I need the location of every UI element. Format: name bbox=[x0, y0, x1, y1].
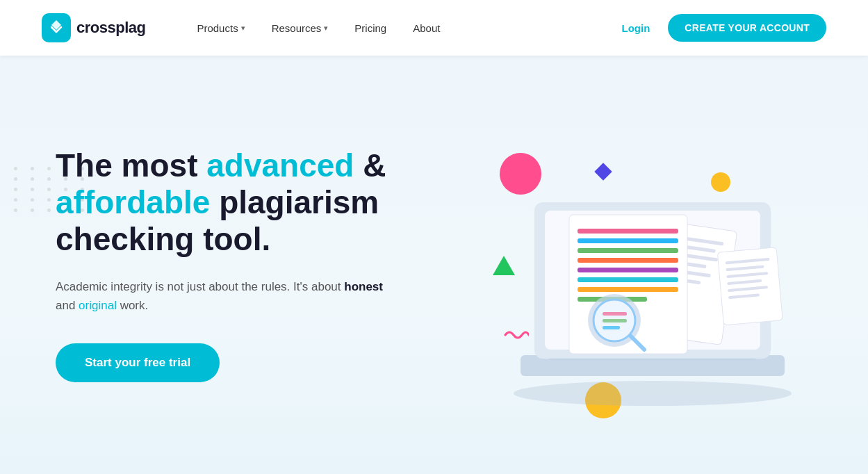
hero-section: The most advanced & affordable plagiaris… bbox=[0, 56, 868, 474]
svg-rect-17 bbox=[578, 258, 678, 263]
logo-link[interactable]: crossplag bbox=[42, 13, 145, 42]
hero-content: The most advanced & affordable plagiaris… bbox=[56, 147, 445, 382]
svg-rect-20 bbox=[578, 287, 678, 292]
svg-rect-25 bbox=[603, 319, 627, 322]
crossplag-logo-icon bbox=[42, 13, 71, 42]
nav-products[interactable]: Products ▾ bbox=[187, 17, 254, 40]
svg-rect-15 bbox=[578, 238, 678, 243]
navbar: crossplag Products ▾ Resources ▾ Pricing… bbox=[0, 0, 868, 56]
svg-rect-24 bbox=[603, 312, 627, 316]
login-link[interactable]: Login bbox=[612, 17, 660, 40]
svg-rect-19 bbox=[578, 277, 678, 282]
svg-rect-14 bbox=[578, 229, 678, 234]
svg-rect-18 bbox=[578, 268, 678, 272]
svg-rect-28 bbox=[717, 247, 783, 325]
nav-links: Products ▾ Resources ▾ Pricing About bbox=[187, 17, 612, 40]
create-account-button[interactable]: CREATE YOUR ACCOUNT bbox=[668, 14, 826, 42]
svg-point-1 bbox=[514, 381, 792, 406]
nav-pricing[interactable]: Pricing bbox=[345, 17, 396, 40]
start-trial-button[interactable]: Start your free trial bbox=[56, 343, 220, 382]
svg-rect-16 bbox=[578, 248, 678, 253]
nav-resources[interactable]: Resources ▾ bbox=[262, 17, 338, 40]
logo-text: crossplag bbox=[76, 19, 145, 37]
resources-chevron-icon: ▾ bbox=[324, 24, 328, 33]
products-chevron-icon: ▾ bbox=[241, 24, 245, 33]
hero-subtitle: Academic integrity is not just about the… bbox=[56, 277, 389, 315]
hero-title: The most advanced & affordable plagiaris… bbox=[56, 147, 445, 258]
svg-rect-26 bbox=[603, 326, 620, 329]
hero-illustration bbox=[479, 119, 826, 411]
nav-about[interactable]: About bbox=[403, 17, 450, 40]
